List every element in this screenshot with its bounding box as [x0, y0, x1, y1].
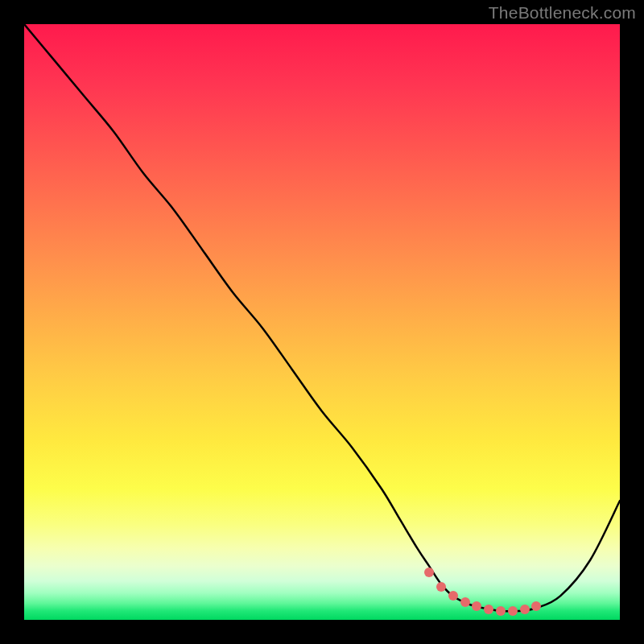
marker-dot — [508, 606, 518, 616]
plot-area — [24, 24, 620, 620]
curve-line — [24, 24, 620, 611]
marker-dot — [472, 601, 481, 611]
marker-dot — [520, 605, 530, 614]
curve-layer — [24, 24, 620, 620]
marker-dot — [448, 591, 458, 601]
marker-dot — [531, 601, 541, 611]
marker-dot — [424, 568, 434, 577]
marker-dot — [484, 605, 493, 614]
chart-container: TheBottleneck.com — [0, 0, 644, 644]
marker-dot — [436, 582, 446, 592]
marker-dot — [460, 597, 470, 607]
watermark-text: TheBottleneck.com — [489, 3, 636, 23]
marker-dot — [496, 606, 506, 616]
